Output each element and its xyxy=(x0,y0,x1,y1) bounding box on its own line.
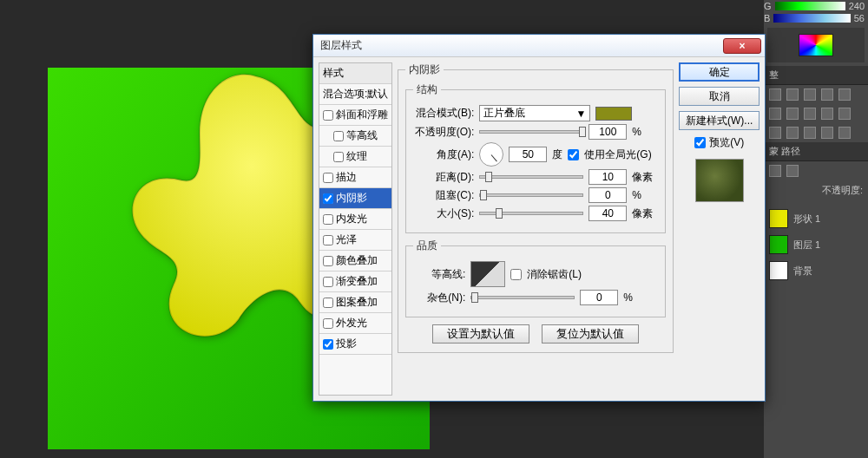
chevron-down-icon: ▼ xyxy=(575,108,586,120)
color-swatch[interactable] xyxy=(595,107,632,121)
close-button[interactable]: × xyxy=(723,38,761,54)
global-light-label: 使用全局光(G) xyxy=(584,147,651,162)
style-item[interactable]: 斜面和浮雕 xyxy=(319,105,391,126)
style-item[interactable]: 内阴影 xyxy=(319,188,391,209)
style-item-label: 外发光 xyxy=(336,316,367,330)
text-tool-icon[interactable] xyxy=(769,165,781,177)
style-checkbox[interactable] xyxy=(323,298,333,308)
set-default-button[interactable]: 设置为默认值 xyxy=(432,324,529,344)
preview-checkbox[interactable] xyxy=(694,137,706,148)
value-g: 240 xyxy=(849,1,865,11)
style-item[interactable]: 渐变叠加 xyxy=(319,272,391,292)
style-item[interactable]: 图案叠加 xyxy=(319,292,391,313)
adjust-icon[interactable] xyxy=(786,127,799,139)
layer-style-dialog: 图层样式 × 样式 混合选项:默认 斜面和浮雕等高线纹理描边内阴影内发光光泽颜色… xyxy=(312,34,766,402)
style-item[interactable]: 等高线 xyxy=(319,126,391,147)
mask-tab[interactable]: 蒙 路径 xyxy=(764,142,868,161)
angle-label: 角度(A): xyxy=(413,147,474,162)
distance-input[interactable] xyxy=(589,169,627,185)
ramp-g[interactable] xyxy=(775,2,845,10)
preview-label: 预览(V) xyxy=(709,135,744,150)
adjust-icon[interactable] xyxy=(769,88,781,101)
antialias-checkbox[interactable] xyxy=(510,269,522,280)
layer-thumb xyxy=(769,209,788,228)
style-item[interactable]: 外发光 xyxy=(319,313,391,334)
style-item[interactable]: 内发光 xyxy=(319,209,391,230)
ramp-b[interactable] xyxy=(773,14,850,23)
ok-button[interactable]: 确定 xyxy=(679,62,760,82)
choke-slider[interactable] xyxy=(479,193,583,197)
cancel-button[interactable]: 取消 xyxy=(679,87,760,106)
blend-options-label: 混合选项:默认 xyxy=(323,87,388,101)
layers-panel: 形状 1 图层 1 背景 xyxy=(764,206,868,284)
noise-slider[interactable] xyxy=(470,296,575,299)
style-item-label: 投影 xyxy=(336,337,357,351)
style-item[interactable]: 颜色叠加 xyxy=(319,251,391,272)
style-item-label: 斜面和浮雕 xyxy=(336,108,388,122)
choke-input[interactable] xyxy=(589,187,627,203)
color-picker[interactable] xyxy=(767,28,865,62)
opacity-slider[interactable] xyxy=(479,130,583,134)
mask-icon[interactable] xyxy=(786,165,799,177)
adjust-icon[interactable] xyxy=(838,108,851,120)
adjust-icon[interactable] xyxy=(838,127,851,139)
style-checkbox[interactable] xyxy=(323,214,333,225)
color-wheel-icon xyxy=(799,34,833,56)
layer-name: 形状 1 xyxy=(793,213,820,226)
style-item-label: 内发光 xyxy=(336,212,367,226)
style-checkbox[interactable] xyxy=(323,318,333,329)
style-checkbox[interactable] xyxy=(323,256,333,266)
style-checkbox[interactable] xyxy=(323,110,333,121)
style-item-label: 纹理 xyxy=(346,149,367,164)
reset-default-button[interactable]: 复位为默认值 xyxy=(542,324,639,344)
style-checkbox[interactable] xyxy=(333,152,344,162)
opacity-label: 不透明度: xyxy=(822,184,863,197)
opacity-input[interactable] xyxy=(589,124,627,140)
blend-mode-value: 正片叠底 xyxy=(483,106,525,121)
adjust-icon[interactable] xyxy=(838,88,851,101)
structure-title: 结构 xyxy=(413,82,441,97)
size-slider[interactable] xyxy=(479,212,583,215)
blend-mode-combo[interactable]: 正片叠底 ▼ xyxy=(479,105,590,121)
adjust-icon[interactable] xyxy=(804,108,816,120)
adjust-icon[interactable] xyxy=(821,88,833,101)
angle-dial[interactable] xyxy=(479,142,503,167)
adjust-icon[interactable] xyxy=(821,108,833,120)
adjust-icon[interactable] xyxy=(804,127,816,139)
layer-item[interactable]: 形状 1 xyxy=(764,206,868,232)
titlebar[interactable]: 图层样式 × xyxy=(313,35,765,57)
size-label: 大小(S): xyxy=(413,206,474,221)
style-item-label: 内阴影 xyxy=(336,191,367,206)
style-checkbox[interactable] xyxy=(323,235,333,245)
distance-slider[interactable] xyxy=(479,175,583,179)
layer-item[interactable]: 图层 1 xyxy=(764,232,868,258)
noise-input[interactable] xyxy=(580,290,618,305)
style-checkbox[interactable] xyxy=(323,173,333,183)
adjust-icon[interactable] xyxy=(786,108,799,120)
style-checkbox[interactable] xyxy=(323,277,333,287)
dialog-title: 图层样式 xyxy=(320,38,723,53)
adjust-icon[interactable] xyxy=(786,88,799,101)
angle-input[interactable] xyxy=(509,147,547,162)
style-checkbox[interactable] xyxy=(323,339,333,350)
antialias-label: 消除锯齿(L) xyxy=(527,267,582,282)
global-light-checkbox[interactable] xyxy=(568,149,579,160)
size-input[interactable] xyxy=(589,206,627,221)
adjust-icon[interactable] xyxy=(769,127,781,139)
layer-name: 图层 1 xyxy=(793,239,820,252)
adjust-icon[interactable] xyxy=(821,127,833,139)
style-item[interactable]: 描边 xyxy=(319,167,391,188)
right-panels: G 240 B 56 整 蒙 路径 不透明度: xyxy=(764,0,868,458)
new-style-button[interactable]: 新建样式(W)... xyxy=(679,111,760,130)
adjust-tab[interactable]: 整 xyxy=(764,66,868,85)
contour-picker[interactable] xyxy=(470,261,505,287)
style-item[interactable]: 纹理 xyxy=(319,147,391,167)
style-item[interactable]: 光泽 xyxy=(319,230,391,251)
style-checkbox[interactable] xyxy=(333,131,344,141)
adjust-icon[interactable] xyxy=(769,108,781,120)
blend-options[interactable]: 混合选项:默认 xyxy=(319,84,391,105)
style-checkbox[interactable] xyxy=(323,193,333,204)
layer-item[interactable]: 背景 xyxy=(764,258,868,284)
adjust-icon[interactable] xyxy=(804,88,816,101)
style-item[interactable]: 投影 xyxy=(319,334,391,355)
